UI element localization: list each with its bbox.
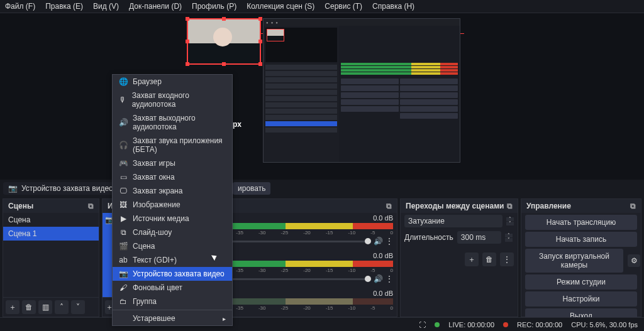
scene-item[interactable]: Сцена xyxy=(3,213,99,227)
scenes-list: СценаСцена 1 xyxy=(3,213,99,241)
context-menu-item[interactable]: 🖼Изображение xyxy=(113,198,232,212)
speaker-icon[interactable]: 🔊 xyxy=(374,237,383,246)
scenes-title: Сцены xyxy=(8,202,33,210)
transition-properties-button[interactable]: ⋮ xyxy=(500,252,514,266)
menu-item[interactable]: Файл (F) xyxy=(5,2,35,11)
transition-type-select[interactable]: Затухание xyxy=(404,215,502,227)
source-type-icon: 🖼 xyxy=(119,200,128,209)
source-type-icon: 🖵 xyxy=(119,187,128,195)
context-menu-item[interactable]: 🗀Группа xyxy=(113,295,232,308)
transition-stepper[interactable]: ˄˅ xyxy=(506,217,514,225)
menu-item[interactable]: Профиль (P) xyxy=(192,2,236,11)
undock-icon[interactable]: ⧉ xyxy=(386,202,392,210)
context-menu-item[interactable]: 🌐Браузер xyxy=(113,75,232,89)
source-type-icon: 🗀 xyxy=(119,297,128,306)
duration-label: Длительность xyxy=(404,233,453,242)
add-source-context-menu: 🌐Браузер🎙Захват входного аудиопотока🔊Зах… xyxy=(112,74,233,326)
add-scene-button[interactable]: ＋ xyxy=(6,300,19,314)
context-menu-deprecated[interactable]: Устаревшее xyxy=(113,312,232,325)
camera-icon: 📷 xyxy=(8,184,18,193)
channel-db: 0.0 dB xyxy=(373,252,393,259)
preview-area[interactable]: 991 px px ●●● xyxy=(0,13,644,180)
selected-source-name: Устройство захвата видео xyxy=(21,184,113,193)
live-status-dot xyxy=(435,322,440,327)
source-type-icon: ab xyxy=(119,256,128,264)
transitions-panel: Переходы между сценами ⧉ Затухание ˄˅ Дл… xyxy=(400,198,518,317)
controls-panel: Управление ⧉ Начать трансляциюНачать зап… xyxy=(521,198,641,317)
transition-duration-input[interactable]: 300 ms xyxy=(457,231,501,244)
rec-status-dot xyxy=(503,322,508,327)
context-menu-item[interactable]: ▭Захват окна xyxy=(113,170,232,184)
dock-panels: Сцены ⧉ СценаСцена 1 ＋ 🗑 ▥ ˄ ˅ И 📷 ＋ р з… xyxy=(0,198,644,317)
context-menu-item[interactable]: 🎧Захват звука приложения (БЕТА) xyxy=(113,134,232,156)
menubar: Файл (F)Правка (E)Вид (V)Док-панели (D)П… xyxy=(0,0,644,13)
menu-item[interactable]: Сервис (T) xyxy=(325,2,362,11)
scene-filters-button[interactable]: ▥ xyxy=(38,300,52,314)
menu-item[interactable]: Правка (E) xyxy=(45,2,83,11)
context-menu-item[interactable]: ⧉Слайд-шоу xyxy=(113,225,232,239)
scene-down-button[interactable]: ˅ xyxy=(71,300,85,314)
source-type-icon: 🎙 xyxy=(119,95,127,104)
controls-title: Управление xyxy=(526,202,571,210)
source-type-icon: ⧉ xyxy=(119,228,128,237)
menu-item[interactable]: Док-панели (D) xyxy=(129,2,182,11)
remove-transition-button[interactable]: 🗑 xyxy=(482,252,496,266)
scenes-panel: Сцены ⧉ СценаСцена 1 ＋ 🗑 ▥ ˄ ˅ xyxy=(3,198,99,317)
context-menu-item[interactable]: 🖌Фоновый цвет xyxy=(113,281,232,295)
cpu-stats: CPU: 5.6%, 30.00 fps xyxy=(571,321,638,328)
menu-item[interactable]: Вид (V) xyxy=(93,2,119,11)
control-button[interactable]: Режим студии xyxy=(525,274,637,290)
source-type-icon: 🖌 xyxy=(119,283,128,292)
context-menu-item[interactable]: 🖵Захват экрана xyxy=(113,184,232,198)
context-menu-item[interactable]: 🎬Сцена xyxy=(113,239,232,253)
status-bar: ⛶ LIVE: 00:00:00 REC: 00:00:00 CPU: 5.6%… xyxy=(0,317,644,331)
webcam-thumbnail xyxy=(188,19,260,63)
source-type-icon: ▭ xyxy=(119,173,128,182)
source-type-icon: 🎮 xyxy=(119,159,128,168)
channel-db: 0.0 dB xyxy=(373,214,393,222)
context-menu-item[interactable]: 🎙Захват входного аудиопотока xyxy=(113,89,232,111)
undock-icon[interactable]: ⧉ xyxy=(630,202,636,210)
menu-item[interactable]: Коллекция сцен (S) xyxy=(247,2,314,11)
add-transition-button[interactable]: ＋ xyxy=(465,252,479,266)
channel-menu-button[interactable]: ⋮ xyxy=(386,274,393,283)
control-button[interactable]: Настройки xyxy=(525,291,637,307)
menu-item[interactable]: Справка (H) xyxy=(372,2,414,11)
remove-scene-button[interactable]: 🗑 xyxy=(22,300,36,314)
source-type-icon: 🎬 xyxy=(119,242,128,251)
duration-stepper[interactable]: ˄˅ xyxy=(505,234,513,242)
rec-timer: REC: 00:00:00 xyxy=(517,321,562,328)
channel-menu-button[interactable]: ⋮ xyxy=(386,237,393,246)
undock-icon[interactable]: ⧉ xyxy=(88,202,94,210)
source-type-icon: 📷 xyxy=(119,269,128,278)
network-icon: ⛶ xyxy=(419,321,426,328)
scene-item[interactable]: Сцена 1 xyxy=(3,227,99,241)
context-menu-item[interactable]: 🎮Захват игры xyxy=(113,156,232,170)
virtual-camera-settings-button[interactable]: ⚙ xyxy=(628,254,640,267)
control-button[interactable]: Начать трансляцию xyxy=(525,215,637,230)
scene-up-button[interactable]: ˄ xyxy=(55,300,69,314)
webcam-selection[interactable] xyxy=(187,18,261,65)
source-type-icon: 🎧 xyxy=(119,141,128,149)
source-type-icon: ▶ xyxy=(119,214,128,223)
source-type-icon: 🔊 xyxy=(119,118,128,127)
context-menu-item[interactable]: ▶Источник медиа xyxy=(113,212,232,225)
context-menu-item[interactable]: 🔊Захват выходного аудиопотока xyxy=(113,111,232,134)
captured-screen-preview: ●●● xyxy=(263,18,460,163)
context-menu-item[interactable]: 📷Устройство захвата видео xyxy=(113,267,232,281)
transitions-title: Переходы между сценами xyxy=(406,202,504,210)
live-timer: LIVE: 00:00:00 xyxy=(448,321,494,328)
source-type-icon: 🌐 xyxy=(119,77,128,86)
undock-icon[interactable]: ⧉ xyxy=(507,202,513,210)
speaker-icon[interactable]: 🔊 xyxy=(374,274,383,283)
control-button[interactable]: Начать запись xyxy=(525,232,637,247)
dimension-side-label: px xyxy=(233,120,242,129)
channel-db: 0.0 dB xyxy=(373,290,393,297)
truncated-button[interactable]: ировать xyxy=(233,182,270,195)
scenes-toolbar: ＋ 🗑 ▥ ˄ ˅ xyxy=(3,297,99,317)
control-button[interactable]: Запуск виртуальной камеры xyxy=(525,249,623,273)
